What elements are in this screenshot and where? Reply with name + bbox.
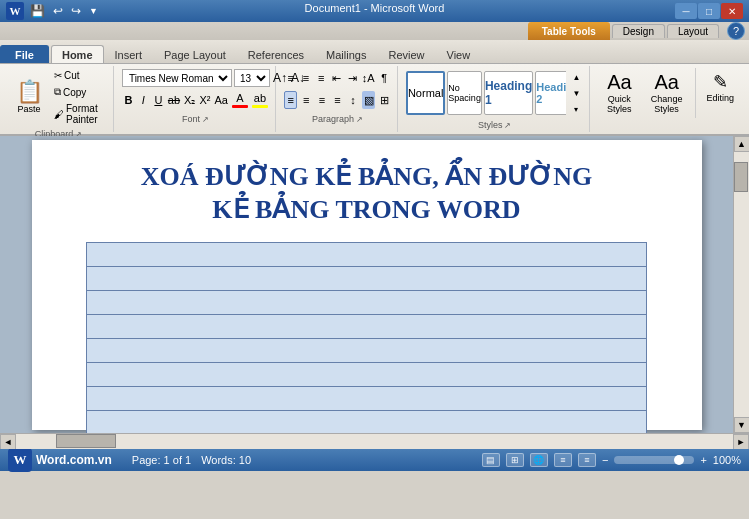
vertical-scrollbar[interactable]: ▲ ▼	[733, 136, 749, 433]
table-cell[interactable]	[87, 267, 647, 291]
tab-review[interactable]: Review	[377, 45, 435, 63]
clear-format-button[interactable]: Aa	[213, 91, 228, 109]
quick-undo[interactable]: ↩	[51, 2, 65, 20]
design-tab[interactable]: Design	[612, 24, 665, 38]
subscript-button[interactable]: X₂	[183, 91, 196, 109]
h-scroll-right-arrow[interactable]: ►	[733, 434, 749, 450]
zoom-level: 100%	[713, 454, 741, 466]
justify-button[interactable]: ≡	[331, 91, 345, 109]
style-scroll-down[interactable]: ▼	[569, 86, 583, 100]
view-print-button[interactable]: ▤	[482, 453, 500, 467]
multilevel-button[interactable]: ≡	[315, 69, 328, 87]
paste-button[interactable]: 📋 Paste	[10, 78, 48, 117]
zoom-thumb	[674, 455, 684, 465]
table-cell[interactable]	[87, 315, 647, 339]
bold-button[interactable]: B	[122, 91, 135, 109]
table-cell[interactable]	[87, 387, 647, 411]
table-row	[87, 315, 647, 339]
superscript-button[interactable]: X²	[198, 91, 211, 109]
bullets-button[interactable]: ≡	[284, 69, 297, 87]
quick-redo[interactable]: ↪	[69, 2, 83, 20]
heading2-style-button[interactable]: Heading 2	[535, 71, 566, 115]
tab-mailings[interactable]: Mailings	[315, 45, 377, 63]
view-draft-button[interactable]: ≡	[578, 453, 596, 467]
page-info: Page: 1 of 1	[132, 454, 191, 466]
font-expand-icon[interactable]: ↗	[202, 115, 209, 124]
tab-page-layout[interactable]: Page Layout	[153, 45, 237, 63]
font-controls: Times New Roman 13 A↑ A↓ B I U ab X₂ X² …	[122, 68, 269, 112]
editing-button[interactable]: ✎ Editing	[701, 68, 739, 106]
table-row	[87, 411, 647, 433]
strikethrough-button[interactable]: ab	[167, 91, 181, 109]
font-group: Times New Roman 13 A↑ A↓ B I U ab X₂ X² …	[116, 66, 276, 132]
copy-button[interactable]: ⧉ Copy	[50, 84, 107, 100]
font-size-select[interactable]: 13	[234, 69, 270, 87]
view-outline-button[interactable]: ≡	[554, 453, 572, 467]
horizontal-scrollbar[interactable]: ◄ ►	[0, 433, 749, 449]
sort-button[interactable]: ↕A	[361, 69, 376, 87]
document-table[interactable]	[86, 242, 647, 433]
quick-styles-button[interactable]: Aa Quick Styles	[598, 68, 640, 117]
normal-style-button[interactable]: Normal	[406, 71, 445, 115]
scroll-thumb[interactable]	[734, 162, 748, 192]
quick-save[interactable]: 💾	[28, 2, 47, 20]
para-expand-icon[interactable]: ↗	[356, 115, 363, 124]
tab-home[interactable]: Home	[51, 45, 104, 63]
show-marks-button[interactable]: ¶	[378, 69, 391, 87]
align-right-button[interactable]: ≡	[315, 91, 329, 109]
align-center-button[interactable]: ≡	[299, 91, 313, 109]
layout-tab[interactable]: Layout	[667, 24, 719, 38]
scroll-track[interactable]	[734, 152, 749, 417]
table-cell[interactable]	[87, 243, 647, 267]
style-gallery-button[interactable]: ▾	[569, 102, 583, 116]
borders-button[interactable]: ⊞	[377, 91, 391, 109]
table-cell[interactable]	[87, 411, 647, 433]
align-left-button[interactable]: ≡	[284, 91, 298, 109]
highlight-color-button[interactable]: ab	[251, 91, 269, 109]
numbering-button[interactable]: ≡	[299, 69, 312, 87]
table-cell[interactable]	[87, 363, 647, 387]
underline-button[interactable]: U	[152, 91, 165, 109]
zoom-slider[interactable]	[614, 456, 694, 464]
quick-customize[interactable]: ▼	[87, 4, 100, 18]
view-fullscreen-button[interactable]: ⊞	[506, 453, 524, 467]
tab-references[interactable]: References	[237, 45, 315, 63]
styles-content: Normal No Spacing Heading 1 Heading 2 ▲ …	[406, 68, 583, 118]
tab-view[interactable]: View	[436, 45, 482, 63]
table-cell[interactable]	[87, 291, 647, 315]
tab-file[interactable]: File	[0, 45, 49, 63]
zoom-minus-button[interactable]: −	[602, 454, 608, 466]
style-scroll-up[interactable]: ▲	[569, 70, 583, 84]
table-cell[interactable]	[87, 339, 647, 363]
view-web-button[interactable]: 🌐	[530, 453, 548, 467]
format-painter-icon: 🖌	[54, 109, 64, 120]
format-painter-button[interactable]: 🖌 Format Painter	[50, 101, 107, 127]
app-title: Document1 - Microsoft Word	[0, 2, 749, 14]
h-scroll-thumb[interactable]	[56, 434, 116, 448]
scroll-up-arrow[interactable]: ▲	[734, 136, 750, 152]
scroll-down-arrow[interactable]: ▼	[734, 417, 750, 433]
line-spacing-button[interactable]: ↕	[346, 91, 360, 109]
close-button[interactable]: ✕	[721, 3, 743, 19]
cut-button[interactable]: ✂ Cut	[50, 68, 107, 83]
decrease-indent-button[interactable]: ⇤	[330, 69, 343, 87]
styles-expand-icon[interactable]: ↗	[504, 121, 511, 130]
change-styles-button[interactable]: Aa Change Styles	[644, 68, 689, 117]
tab-insert[interactable]: Insert	[104, 45, 154, 63]
copy-icon: ⧉	[54, 86, 61, 98]
increase-indent-button[interactable]: ⇥	[345, 69, 358, 87]
document-container: XOÁ ĐƯỜNG KẺ BẢNG, ẨN ĐƯỜNG KẺ BẢNG TRON…	[0, 136, 749, 449]
minimize-button[interactable]: ─	[675, 3, 697, 19]
zoom-plus-button[interactable]: +	[700, 454, 706, 466]
style-scroll-arrows: ▲ ▼ ▾	[569, 70, 583, 116]
heading1-style-button[interactable]: Heading 1	[484, 71, 533, 115]
shading-button[interactable]: ▧	[362, 91, 376, 109]
font-color-button[interactable]: A	[231, 91, 249, 109]
no-spacing-style-button[interactable]: No Spacing	[447, 71, 482, 115]
maximize-button[interactable]: □	[698, 3, 720, 19]
font-name-select[interactable]: Times New Roman	[122, 69, 232, 87]
help-button[interactable]: ?	[727, 22, 745, 40]
h-scroll-track[interactable]	[16, 434, 733, 449]
italic-button[interactable]: I	[137, 91, 150, 109]
h-scroll-left-arrow[interactable]: ◄	[0, 434, 16, 450]
